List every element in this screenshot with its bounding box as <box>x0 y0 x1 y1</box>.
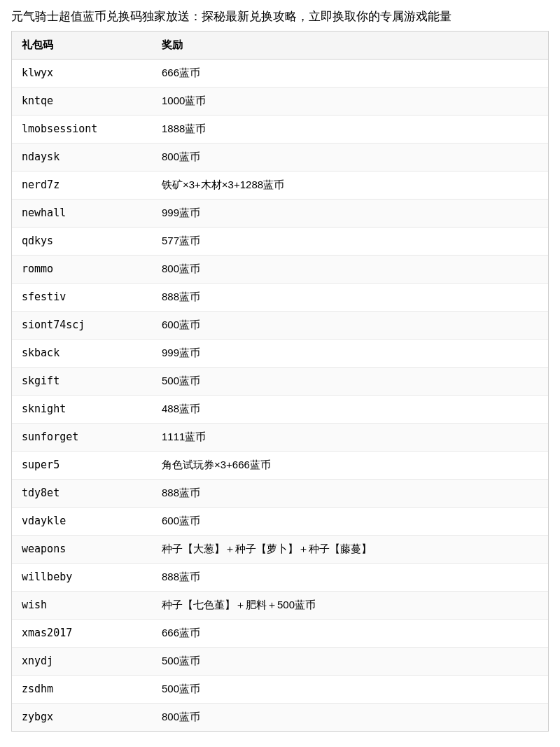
reward-cell: 600蓝币 <box>152 311 548 339</box>
table-body: klwyx666蓝币kntqe1000蓝币lmobsessiont1888蓝币n… <box>12 59 548 731</box>
code-cell: super5 <box>12 451 152 479</box>
table-row: kntqe1000蓝币 <box>12 87 548 115</box>
code-cell: willbeby <box>12 563 152 591</box>
table-row: zsdhm500蓝币 <box>12 675 548 703</box>
table-row: vdaykle600蓝币 <box>12 507 548 535</box>
table-row: wish种子【七色堇】＋肥料＋500蓝币 <box>12 591 548 619</box>
reward-cell: 666蓝币 <box>152 59 548 87</box>
page-footer <box>0 732 560 747</box>
code-cell: qdkys <box>12 227 152 255</box>
code-cell: sknight <box>12 395 152 423</box>
code-cell: xnydj <box>12 647 152 675</box>
reward-cell: 1111蓝币 <box>152 423 548 451</box>
table-row: tdy8et888蓝币 <box>12 479 548 507</box>
code-cell: skback <box>12 339 152 367</box>
reward-cell: 888蓝币 <box>152 563 548 591</box>
reward-cell: 角色试玩券×3+666蓝币 <box>152 451 548 479</box>
table-row: xmas2017666蓝币 <box>12 619 548 647</box>
table-row: sknight488蓝币 <box>12 395 548 423</box>
page-title: 元气骑士超值蓝币兑换码独家放送：探秘最新兑换攻略，立即换取你的专属游戏能量 <box>0 0 560 31</box>
table-row: newhall999蓝币 <box>12 199 548 227</box>
table-row: skgift500蓝币 <box>12 367 548 395</box>
table-row: sfestiv888蓝币 <box>12 283 548 311</box>
reward-cell: 1888蓝币 <box>152 115 548 143</box>
code-cell: sfestiv <box>12 283 152 311</box>
reward-cell: 铁矿×3+木材×3+1288蓝币 <box>152 171 548 199</box>
reward-cell: 666蓝币 <box>152 619 548 647</box>
code-cell: vdaykle <box>12 507 152 535</box>
code-cell: wish <box>12 591 152 619</box>
table-row: xnydj500蓝币 <box>12 647 548 675</box>
code-cell: nerd7z <box>12 171 152 199</box>
code-cell: zsdhm <box>12 675 152 703</box>
code-cell: siont74scj <box>12 311 152 339</box>
reward-cell: 500蓝币 <box>152 367 548 395</box>
reward-cell: 800蓝币 <box>152 143 548 171</box>
table-row: sunforget1111蓝币 <box>12 423 548 451</box>
reward-cell: 999蓝币 <box>152 339 548 367</box>
code-cell: zybgx <box>12 703 152 731</box>
reward-cell: 488蓝币 <box>152 395 548 423</box>
code-cell: weapons <box>12 535 152 563</box>
table-row: qdkys577蓝币 <box>12 227 548 255</box>
code-cell: newhall <box>12 199 152 227</box>
code-cell: xmas2017 <box>12 619 152 647</box>
reward-cell: 500蓝币 <box>152 647 548 675</box>
code-cell: tdy8et <box>12 479 152 507</box>
reward-cell: 577蓝币 <box>152 227 548 255</box>
code-cell: lmobsessiont <box>12 115 152 143</box>
reward-cell: 800蓝币 <box>152 255 548 283</box>
reward-cell: 1000蓝币 <box>152 87 548 115</box>
column-header-reward: 奖励 <box>152 32 548 60</box>
table-row: lmobsessiont1888蓝币 <box>12 115 548 143</box>
reward-cell: 888蓝币 <box>152 283 548 311</box>
reward-cell: 600蓝币 <box>152 507 548 535</box>
code-cell: kntqe <box>12 87 152 115</box>
codes-table-container: 礼包码 奖励 klwyx666蓝币kntqe1000蓝币lmobsessiont… <box>11 31 549 732</box>
column-header-code: 礼包码 <box>12 32 152 60</box>
table-row: weapons种子【大葱】＋种子【萝卜】＋种子【藤蔓】 <box>12 535 548 563</box>
code-cell: skgift <box>12 367 152 395</box>
table-row: skback999蓝币 <box>12 339 548 367</box>
code-cell: rommo <box>12 255 152 283</box>
table-row: super5角色试玩券×3+666蓝币 <box>12 451 548 479</box>
table-row: klwyx666蓝币 <box>12 59 548 87</box>
reward-cell: 种子【七色堇】＋肥料＋500蓝币 <box>152 591 548 619</box>
table-row: siont74scj600蓝币 <box>12 311 548 339</box>
reward-cell: 500蓝币 <box>152 675 548 703</box>
code-cell: ndaysk <box>12 143 152 171</box>
table-row: nerd7z铁矿×3+木材×3+1288蓝币 <box>12 171 548 199</box>
table-row: willbeby888蓝币 <box>12 563 548 591</box>
code-cell: sunforget <box>12 423 152 451</box>
table-row: zybgx800蓝币 <box>12 703 548 731</box>
codes-table: 礼包码 奖励 klwyx666蓝币kntqe1000蓝币lmobsessiont… <box>12 32 548 731</box>
code-cell: klwyx <box>12 59 152 87</box>
reward-cell: 888蓝币 <box>152 479 548 507</box>
table-row: rommo800蓝币 <box>12 255 548 283</box>
reward-cell: 种子【大葱】＋种子【萝卜】＋种子【藤蔓】 <box>152 535 548 563</box>
reward-cell: 800蓝币 <box>152 703 548 731</box>
table-row: ndaysk800蓝币 <box>12 143 548 171</box>
reward-cell: 999蓝币 <box>152 199 548 227</box>
table-header-row: 礼包码 奖励 <box>12 32 548 60</box>
